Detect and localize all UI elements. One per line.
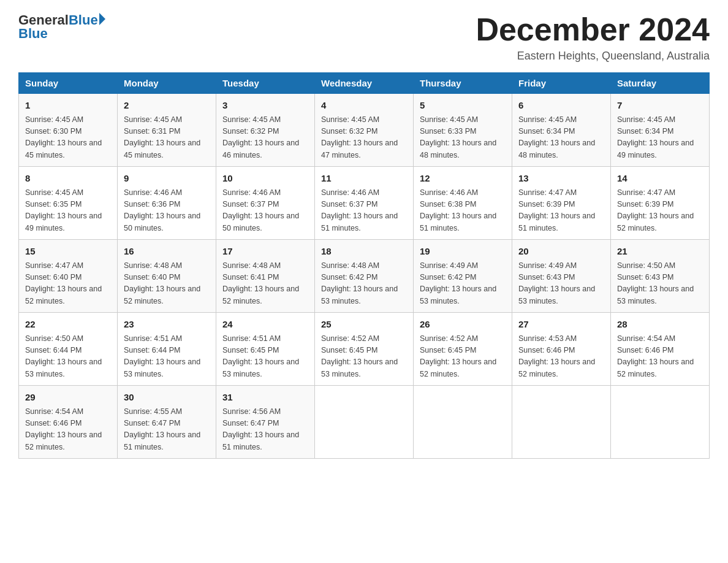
calendar-cell: 4Sunrise: 4:45 AMSunset: 6:32 PMDaylight… [315,94,414,167]
calendar-cell [512,386,611,459]
day-info: Sunrise: 4:45 AMSunset: 6:32 PMDaylight:… [321,114,407,162]
calendar-cell: 20Sunrise: 4:49 AMSunset: 6:43 PMDayligh… [512,240,611,313]
calendar-cell: 28Sunrise: 4:54 AMSunset: 6:46 PMDayligh… [611,313,710,386]
calendar-cell: 5Sunrise: 4:45 AMSunset: 6:33 PMDaylight… [414,94,512,167]
logo-blue-line2: Blue [18,26,48,42]
calendar-cell: 25Sunrise: 4:52 AMSunset: 6:45 PMDayligh… [315,313,414,386]
day-info: Sunrise: 4:47 AMSunset: 6:39 PMDaylight:… [617,187,703,235]
day-number: 12 [420,172,506,186]
calendar-cell: 14Sunrise: 4:47 AMSunset: 6:39 PMDayligh… [611,167,710,240]
day-number: 27 [518,318,604,332]
day-info: Sunrise: 4:46 AMSunset: 6:37 PMDaylight:… [321,187,407,235]
day-info: Sunrise: 4:45 AMSunset: 6:33 PMDaylight:… [420,114,506,162]
calendar-cell: 7Sunrise: 4:45 AMSunset: 6:34 PMDaylight… [611,94,710,167]
calendar-cell: 8Sunrise: 4:45 AMSunset: 6:35 PMDaylight… [19,167,118,240]
calendar-cell: 29Sunrise: 4:54 AMSunset: 6:46 PMDayligh… [19,386,118,459]
calendar-week-row: 1Sunrise: 4:45 AMSunset: 6:30 PMDaylight… [19,94,710,167]
day-number: 23 [124,318,210,332]
day-number: 26 [420,318,506,332]
page-header: General Blue Blue December 2024 Eastern … [18,12,710,63]
logo: General Blue Blue [18,12,105,42]
logo-arrow-icon [99,13,105,25]
day-info: Sunrise: 4:47 AMSunset: 6:39 PMDaylight:… [518,187,604,235]
day-number: 21 [617,245,703,259]
day-number: 13 [518,172,604,186]
day-number: 30 [124,391,210,405]
day-number: 25 [321,318,407,332]
month-title: December 2024 [476,12,710,47]
calendar-cell: 11Sunrise: 4:46 AMSunset: 6:37 PMDayligh… [315,167,414,240]
day-number: 10 [222,172,308,186]
day-number: 28 [617,318,703,332]
calendar-cell: 19Sunrise: 4:49 AMSunset: 6:42 PMDayligh… [414,240,512,313]
day-header-thursday: Thursday [414,73,512,94]
day-info: Sunrise: 4:51 AMSunset: 6:44 PMDaylight:… [124,333,210,381]
day-header-monday: Monday [118,73,216,94]
location-text: Eastern Heights, Queensland, Australia [476,50,710,63]
calendar-cell [611,386,710,459]
calendar-cell: 18Sunrise: 4:48 AMSunset: 6:42 PMDayligh… [315,240,414,313]
calendar-cell: 1Sunrise: 4:45 AMSunset: 6:30 PMDaylight… [19,94,118,167]
title-area: December 2024 Eastern Heights, Queenslan… [476,12,710,63]
calendar-week-row: 8Sunrise: 4:45 AMSunset: 6:35 PMDaylight… [19,167,710,240]
calendar-cell [315,386,414,459]
day-info: Sunrise: 4:48 AMSunset: 6:41 PMDaylight:… [222,260,308,308]
day-number: 22 [25,318,111,332]
calendar-cell: 24Sunrise: 4:51 AMSunset: 6:45 PMDayligh… [216,313,315,386]
day-header-wednesday: Wednesday [315,73,414,94]
day-info: Sunrise: 4:54 AMSunset: 6:46 PMDaylight:… [25,406,111,454]
day-info: Sunrise: 4:50 AMSunset: 6:43 PMDaylight:… [617,260,703,308]
day-info: Sunrise: 4:53 AMSunset: 6:46 PMDaylight:… [518,333,604,381]
calendar-cell: 26Sunrise: 4:52 AMSunset: 6:45 PMDayligh… [414,313,512,386]
calendar-cell: 2Sunrise: 4:45 AMSunset: 6:31 PMDaylight… [118,94,216,167]
logo-blue-text: Blue [69,12,98,28]
day-number: 9 [124,172,210,186]
day-info: Sunrise: 4:45 AMSunset: 6:30 PMDaylight:… [25,114,111,162]
day-number: 31 [222,391,308,405]
day-header-friday: Friday [512,73,611,94]
day-number: 18 [321,245,407,259]
day-number: 24 [222,318,308,332]
day-info: Sunrise: 4:46 AMSunset: 6:37 PMDaylight:… [222,187,308,235]
day-info: Sunrise: 4:50 AMSunset: 6:44 PMDaylight:… [25,333,111,381]
day-info: Sunrise: 4:52 AMSunset: 6:45 PMDaylight:… [321,333,407,381]
calendar-cell: 9Sunrise: 4:46 AMSunset: 6:36 PMDaylight… [118,167,216,240]
day-number: 11 [321,172,407,186]
calendar-cell: 17Sunrise: 4:48 AMSunset: 6:41 PMDayligh… [216,240,315,313]
calendar-cell: 27Sunrise: 4:53 AMSunset: 6:46 PMDayligh… [512,313,611,386]
day-info: Sunrise: 4:52 AMSunset: 6:45 PMDaylight:… [420,333,506,381]
calendar-cell: 31Sunrise: 4:56 AMSunset: 6:47 PMDayligh… [216,386,315,459]
day-number: 8 [25,172,111,186]
day-header-sunday: Sunday [19,73,118,94]
day-number: 29 [25,391,111,405]
calendar-table: SundayMondayTuesdayWednesdayThursdayFrid… [18,72,710,459]
day-info: Sunrise: 4:48 AMSunset: 6:42 PMDaylight:… [321,260,407,308]
day-info: Sunrise: 4:45 AMSunset: 6:35 PMDaylight:… [25,187,111,235]
day-number: 16 [124,245,210,259]
day-number: 4 [321,99,407,113]
day-number: 3 [222,99,308,113]
calendar-cell: 15Sunrise: 4:47 AMSunset: 6:40 PMDayligh… [19,240,118,313]
calendar-cell: 23Sunrise: 4:51 AMSunset: 6:44 PMDayligh… [118,313,216,386]
calendar-cell: 6Sunrise: 4:45 AMSunset: 6:34 PMDaylight… [512,94,611,167]
calendar-week-row: 29Sunrise: 4:54 AMSunset: 6:46 PMDayligh… [19,386,710,459]
day-number: 15 [25,245,111,259]
calendar-cell: 10Sunrise: 4:46 AMSunset: 6:37 PMDayligh… [216,167,315,240]
day-number: 5 [420,99,506,113]
day-info: Sunrise: 4:45 AMSunset: 6:31 PMDaylight:… [124,114,210,162]
calendar-cell: 16Sunrise: 4:48 AMSunset: 6:40 PMDayligh… [118,240,216,313]
calendar-cell: 22Sunrise: 4:50 AMSunset: 6:44 PMDayligh… [19,313,118,386]
calendar-cell: 3Sunrise: 4:45 AMSunset: 6:32 PMDaylight… [216,94,315,167]
day-number: 19 [420,245,506,259]
day-info: Sunrise: 4:49 AMSunset: 6:42 PMDaylight:… [420,260,506,308]
calendar-cell: 21Sunrise: 4:50 AMSunset: 6:43 PMDayligh… [611,240,710,313]
day-info: Sunrise: 4:55 AMSunset: 6:47 PMDaylight:… [124,406,210,454]
day-info: Sunrise: 4:49 AMSunset: 6:43 PMDaylight:… [518,260,604,308]
day-number: 7 [617,99,703,113]
day-header-tuesday: Tuesday [216,73,315,94]
day-number: 14 [617,172,703,186]
calendar-cell [414,386,512,459]
days-header-row: SundayMondayTuesdayWednesdayThursdayFrid… [19,73,710,94]
day-number: 17 [222,245,308,259]
day-number: 2 [124,99,210,113]
